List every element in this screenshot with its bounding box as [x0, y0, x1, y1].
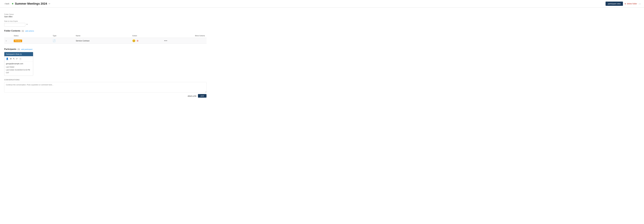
- conversation-input[interactable]: [4, 82, 206, 93]
- folder-contents-table: Status Type Name Action More Actions › P…: [4, 34, 206, 44]
- participant-card-header: Participant's Role (1): [4, 52, 33, 56]
- add-participant-link[interactable]: add participant: [21, 48, 32, 50]
- page-title: Summer Meetings 2024: [15, 2, 47, 6]
- more-options-button[interactable]: ···: [638, 2, 641, 5]
- conversations-title: CONVERSATIONS: [4, 79, 206, 81]
- back-button[interactable]: ‹ back: [3, 2, 10, 6]
- col-status: Status: [12, 34, 51, 38]
- participant-card-actions: 👤 ✉ ✎ ↩ ⊕: [4, 56, 33, 61]
- row-action-cell: 😊 ⊗: [131, 38, 162, 44]
- last-invited-label: Last Invited:: [6, 69, 14, 71]
- last-visited-label: Last Visited:: [6, 66, 14, 68]
- participant-view-button[interactable]: participant view: [606, 2, 623, 6]
- header-divider: [0, 8, 644, 8]
- folder-contents-title: Folder Contents: [4, 30, 20, 32]
- folder-contents-header: Folder Contents (1) add actions: [4, 30, 206, 32]
- folder-contents-count: (1): [22, 30, 24, 32]
- participants-count: (1): [18, 48, 20, 50]
- delete-folder-label: delete folder: [627, 3, 637, 5]
- participant-card-body: george@example.com Last Visited: Last In…: [4, 61, 33, 76]
- approve-action-icon[interactable]: 😊: [132, 39, 136, 42]
- row-status-cell: Pending: [12, 38, 51, 44]
- delete-folder-button[interactable]: ⊗ delete folder: [624, 3, 637, 5]
- col-name: Name: [74, 34, 131, 38]
- back-label: back: [6, 3, 9, 5]
- add-actions-link[interactable]: add actions: [25, 30, 34, 32]
- row-name-cell: Service Contract: [74, 38, 131, 44]
- back-arrow-icon: ‹: [4, 3, 5, 5]
- table-row: › Pending 📄 Service Contract 😊 ⊗: [4, 38, 206, 44]
- participant-role-label: Participant's Role (1): [6, 53, 22, 55]
- date-expire-inner: Date to Auto Expire: [4, 20, 25, 27]
- participant-email: george@example.com: [6, 63, 32, 65]
- edit-title-icon[interactable]: ✏: [48, 3, 50, 5]
- col-more-actions: More Actions: [162, 34, 206, 38]
- row-more-actions-button[interactable]: •••: [164, 39, 167, 42]
- date-expire-section: Date to Auto Expire ✏: [4, 20, 206, 27]
- row-expand-cell: ›: [4, 38, 12, 44]
- reject-action-icon[interactable]: ⊗: [136, 39, 138, 42]
- folder-owner-value: Sam Allen: [4, 16, 206, 18]
- participant-add-icon[interactable]: ⊕: [19, 57, 22, 60]
- row-name-value: Service Contract: [76, 40, 90, 42]
- row-more-actions-cell: •••: [162, 38, 206, 44]
- participants-section: Participants (1) add participant Partici…: [4, 48, 206, 76]
- date-expire-edit-icon[interactable]: ✏: [26, 23, 28, 25]
- folder-owner-label: Folder Owner: [4, 14, 206, 15]
- row-expand-button[interactable]: ›: [6, 40, 6, 42]
- table-header: Status Type Name Action More Actions: [4, 34, 206, 38]
- header-left: ‹ back Summer Meetings 2024 ✏: [3, 2, 50, 6]
- action-icons-group: 😊 ⊗: [132, 39, 161, 42]
- attach-file-link[interactable]: attach a file: [188, 95, 196, 97]
- document-type-icon: 📄: [53, 39, 56, 42]
- main-content: Folder Owner Sam Allen Date to Auto Expi…: [0, 10, 211, 101]
- participant-card: Participant's Role (1) 👤 ✉ ✎ ↩ ⊕ george@…: [4, 52, 33, 76]
- participant-mail-icon[interactable]: ✉: [10, 58, 12, 60]
- row-type-cell: 📄: [51, 38, 74, 44]
- header-right: participant view ⊗ delete folder ···: [606, 2, 641, 6]
- post-button[interactable]: post: [198, 94, 206, 98]
- col-action: Action: [131, 34, 162, 38]
- status-badge: Pending: [14, 40, 22, 42]
- participant-meta: Last Visited: Last Invited: 01/16/2024 0…: [6, 66, 32, 74]
- date-expire-input[interactable]: [4, 23, 25, 27]
- conversations-section: CONVERSATIONS attach a file post: [4, 79, 206, 98]
- participant-undo-icon[interactable]: ↩: [16, 58, 18, 60]
- table-body: › Pending 📄 Service Contract 😊 ⊗: [4, 38, 206, 44]
- participants-header: Participants (1) add participant: [4, 48, 206, 50]
- participants-title: Participants: [4, 48, 16, 50]
- folder-owner-section: Folder Owner Sam Allen: [4, 14, 206, 18]
- header: ‹ back Summer Meetings 2024 ✏ participan…: [0, 0, 644, 8]
- participant-person-icon[interactable]: 👤: [6, 58, 8, 60]
- participant-edit-icon[interactable]: ✎: [13, 58, 14, 60]
- date-expire-label: Date to Auto Expire: [4, 20, 25, 22]
- col-expand: [4, 34, 12, 38]
- conversation-footer: attach a file post: [4, 94, 206, 98]
- status-dot-icon: [12, 3, 13, 4]
- col-type: Type: [51, 34, 74, 38]
- delete-circle-icon: ⊗: [624, 3, 626, 5]
